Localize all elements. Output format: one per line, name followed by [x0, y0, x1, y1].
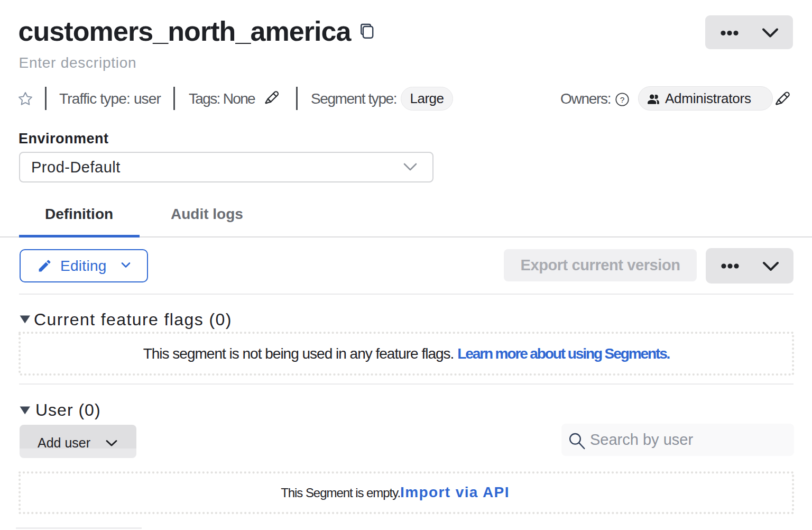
svg-text:?: ?: [620, 95, 624, 104]
